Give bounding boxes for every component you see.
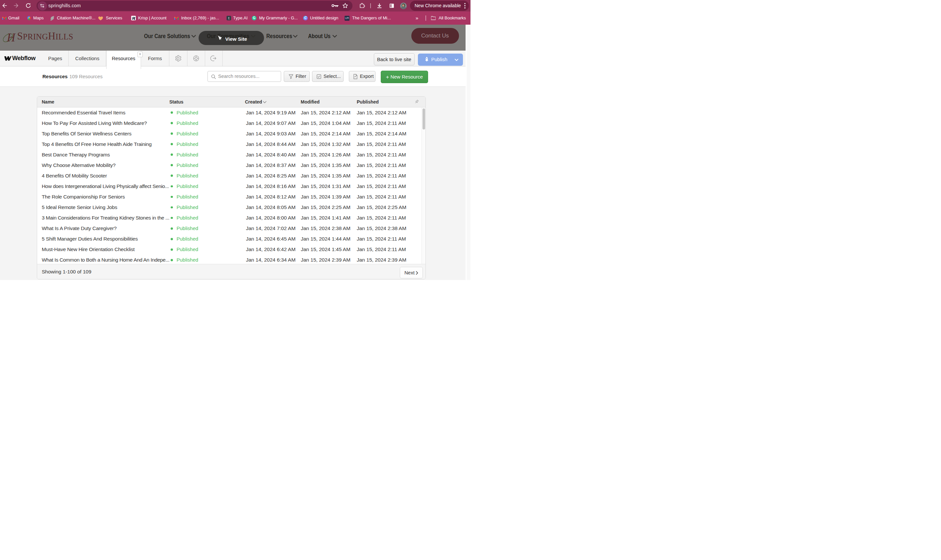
svg-text:H: H <box>6 31 16 44</box>
